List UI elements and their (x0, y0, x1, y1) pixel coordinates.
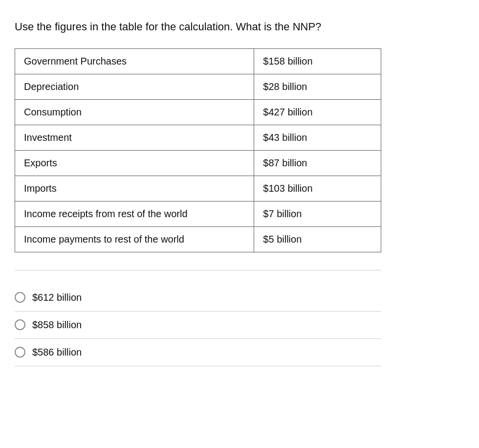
table-row: Consumption$427 billion (15, 99, 381, 125)
table-row: Investment$43 billion (15, 125, 381, 150)
table-label-5: Imports (15, 176, 254, 201)
option-1[interactable]: $612 billion (15, 284, 381, 312)
radio-2[interactable] (15, 347, 25, 358)
question-text: Use the figures in the table for the cal… (15, 20, 464, 35)
table-row: Depreciation$28 billion (15, 74, 381, 99)
option-2[interactable]: $858 billion (15, 312, 381, 339)
table-label-7: Income payments to rest of the world (15, 226, 254, 252)
table-label-1: Depreciation (15, 74, 254, 99)
table-row: Government Purchases$158 billion (15, 48, 381, 74)
radio-0[interactable] (15, 292, 25, 303)
table-label-2: Consumption (15, 99, 254, 125)
table-value-6: $7 billion (254, 201, 381, 226)
table-value-1: $28 billion (254, 74, 381, 99)
table-value-7: $5 billion (254, 226, 381, 252)
table-value-0: $158 billion (254, 48, 381, 74)
table-label-4: Exports (15, 150, 254, 176)
table-row: Exports$87 billion (15, 150, 381, 176)
option-label-2: $586 billion (32, 347, 82, 358)
divider (15, 270, 381, 270)
option-label-0: $612 billion (32, 292, 82, 303)
table-label-3: Investment (15, 125, 254, 150)
option-label-1: $858 billion (32, 319, 82, 331)
table-row: Income payments to rest of the world$5 b… (15, 226, 381, 252)
data-table: Government Purchases$158 billionDeprecia… (15, 48, 381, 252)
table-value-3: $43 billion (254, 125, 381, 150)
table-value-4: $87 billion (254, 150, 381, 176)
table-value-2: $427 billion (254, 99, 381, 125)
table-label-0: Government Purchases (15, 48, 254, 74)
table-label-6: Income receipts from rest of the world (15, 201, 254, 226)
radio-1[interactable] (15, 319, 25, 330)
option-3[interactable]: $586 billion (15, 339, 381, 366)
table-value-5: $103 billion (254, 176, 381, 201)
table-row: Imports$103 billion (15, 176, 381, 201)
answer-options: $612 billion$858 billion$586 billion (15, 284, 464, 366)
table-row: Income receipts from rest of the world$7… (15, 201, 381, 226)
